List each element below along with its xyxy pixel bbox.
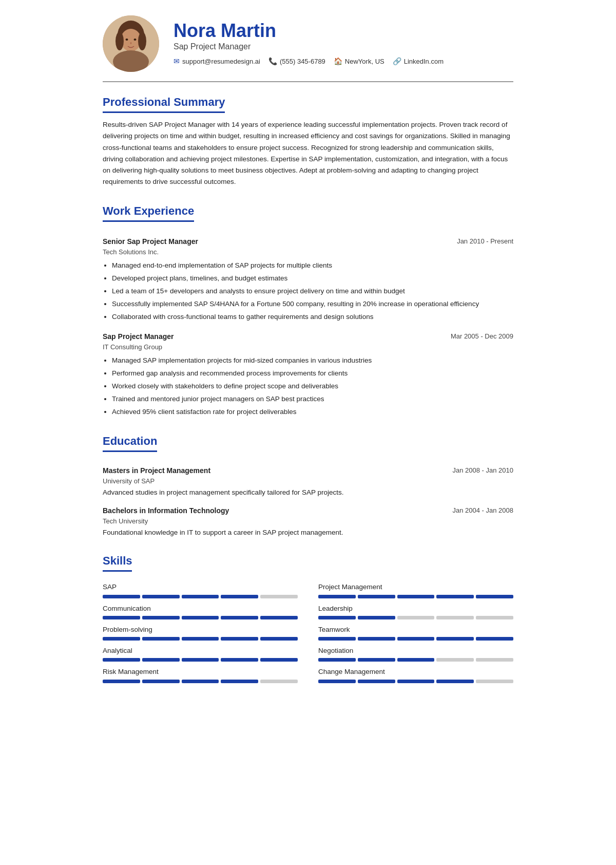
- skill-item-8: Risk Management: [103, 667, 298, 683]
- skill-segment: [436, 637, 474, 641]
- svg-point-3: [116, 32, 124, 50]
- education-section: Education Masters in Project Management …: [103, 432, 513, 538]
- skills-grid: SAP Project Management Communication Lea…: [103, 582, 513, 683]
- skill-segment: [103, 616, 140, 619]
- contact-location: 🏠 NewYork, US: [334, 56, 384, 67]
- education-list: Masters in Project Management University…: [103, 465, 513, 538]
- skill-label: SAP: [103, 582, 298, 592]
- skill-segment: [358, 616, 395, 619]
- skill-segment: [476, 616, 513, 619]
- skill-segment: [476, 637, 513, 641]
- skill-item-4: Problem-solving: [103, 625, 298, 641]
- edu-date: Jan 2004 - Jan 2008: [452, 505, 513, 516]
- work-experience-title: Work Experience: [103, 202, 194, 222]
- svg-point-8: [134, 39, 137, 41]
- skill-segment: [397, 658, 435, 662]
- job-bullets: Managed end-to-end implementation of SAP…: [112, 260, 513, 323]
- skill-bar: [103, 658, 298, 662]
- skill-segment: [103, 680, 140, 683]
- skill-segment: [476, 595, 513, 598]
- header-info: Nora Martin Sap Project Manager ✉ suppor…: [174, 21, 513, 67]
- skill-item-0: SAP: [103, 582, 298, 598]
- skill-item-6: Analytical: [103, 646, 298, 662]
- skill-segment: [182, 595, 219, 598]
- job-date: Mar 2005 - Dec 2009: [451, 331, 513, 342]
- skill-segment: [221, 658, 258, 662]
- header-divider: [103, 81, 513, 82]
- skill-label: Negotiation: [318, 646, 513, 656]
- skill-item-7: Negotiation: [318, 646, 513, 662]
- svg-point-2: [121, 29, 141, 51]
- skill-segment: [142, 680, 180, 683]
- bullet-item: Developed project plans, timelines, and …: [112, 273, 513, 285]
- skill-segment: [436, 616, 474, 619]
- skill-bar: [103, 595, 298, 598]
- job-entry-1: Sap Project Manager IT Consulting Group …: [103, 331, 513, 418]
- skill-segment: [103, 658, 140, 662]
- skill-segment: [436, 680, 474, 683]
- bullet-item: Managed SAP implementation projects for …: [112, 355, 513, 367]
- skill-segment: [182, 637, 219, 641]
- svg-point-4: [138, 32, 146, 50]
- skill-segment: [221, 616, 258, 619]
- skill-label: Change Management: [318, 667, 513, 677]
- skill-segment: [221, 680, 258, 683]
- bullet-item: Successfully implemented SAP S/4HANA for…: [112, 298, 513, 310]
- professional-summary-section: Professional Summary Results-driven SAP …: [103, 93, 513, 188]
- contact-linkedin: 🔗 LinkedIn.com: [393, 56, 444, 67]
- skill-segment: [260, 637, 298, 641]
- skill-segment: [260, 616, 298, 619]
- skill-segment: [397, 680, 435, 683]
- skill-bar: [103, 616, 298, 619]
- skill-segment: [103, 595, 140, 598]
- contact-phone: 📞 (555) 345-6789: [268, 56, 325, 67]
- skill-bar: [318, 658, 513, 662]
- skill-bar: [103, 637, 298, 641]
- skill-segment: [318, 658, 356, 662]
- skill-label: Problem-solving: [103, 625, 298, 635]
- skill-segment: [142, 616, 180, 619]
- summary-title: Professional Summary: [103, 93, 225, 113]
- skill-label: Leadership: [318, 604, 513, 614]
- location-icon: 🏠: [334, 56, 342, 67]
- edu-school: University of SAP: [103, 476, 210, 486]
- skill-segment: [476, 658, 513, 662]
- edu-school: Tech University: [103, 516, 229, 526]
- edu-desc: Foundational knowledge in IT to support …: [103, 528, 513, 538]
- skill-segment: [142, 637, 180, 641]
- skill-label: Analytical: [103, 646, 298, 656]
- skill-segment: [318, 637, 356, 641]
- skill-label: Risk Management: [103, 667, 298, 677]
- linkedin-icon: 🔗: [393, 56, 401, 67]
- skill-segment: [318, 680, 356, 683]
- skill-segment: [318, 616, 356, 619]
- skill-segment: [397, 637, 435, 641]
- skill-segment: [358, 680, 395, 683]
- summary-text: Results-driven SAP Project Manager with …: [103, 119, 513, 188]
- skill-item-1: Project Management: [318, 582, 513, 598]
- avatar: [103, 15, 159, 72]
- jobs-list: Senior Sap Project Manager Tech Solution…: [103, 236, 513, 418]
- skill-segment: [221, 637, 258, 641]
- skill-segment: [358, 637, 395, 641]
- bullet-item: Worked closely with stakeholders to defi…: [112, 381, 513, 392]
- skill-label: Project Management: [318, 582, 513, 592]
- contact-row: ✉ support@resumedesign.ai 📞 (555) 345-67…: [174, 56, 513, 67]
- skill-item-3: Leadership: [318, 604, 513, 619]
- skill-segment: [358, 658, 395, 662]
- bullet-item: Led a team of 15+ developers and analyst…: [112, 286, 513, 297]
- svg-point-7: [126, 39, 128, 41]
- skills-title: Skills: [103, 552, 132, 572]
- skill-segment: [142, 658, 180, 662]
- skill-bar: [318, 616, 513, 619]
- edu-degree: Bachelors in Information Technology: [103, 505, 229, 516]
- work-experience-section: Work Experience Senior Sap Project Manag…: [103, 202, 513, 418]
- job-bullets: Managed SAP implementation projects for …: [112, 355, 513, 418]
- skill-segment: [142, 595, 180, 598]
- candidate-name: Nora Martin: [174, 21, 513, 41]
- edu-entry-1: Bachelors in Information Technology Tech…: [103, 505, 513, 538]
- skill-segment: [103, 637, 140, 641]
- skill-segment: [260, 658, 298, 662]
- skill-label: Communication: [103, 604, 298, 614]
- svg-point-9: [130, 42, 132, 44]
